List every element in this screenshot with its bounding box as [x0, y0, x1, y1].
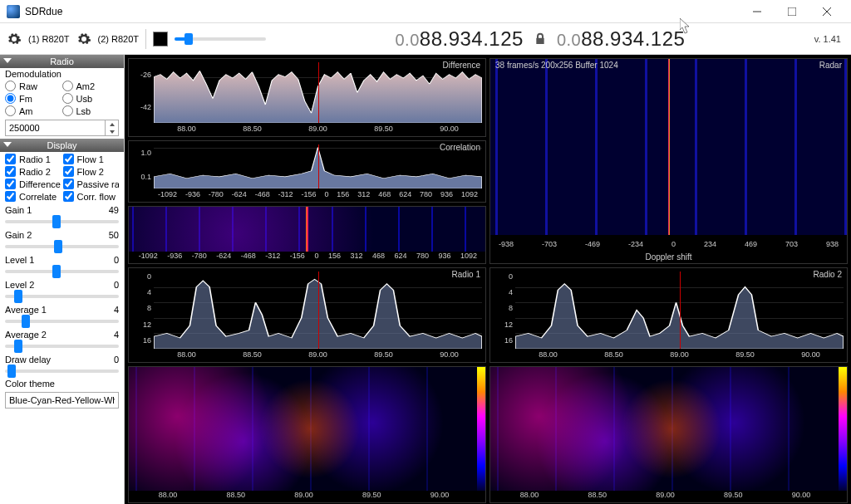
slider-average-1[interactable]: Average 14 [0, 303, 124, 328]
axis-x: -1092-936-780-624-468-312-15601563124686… [154, 190, 482, 202]
device2-label: (2) R820T [98, 34, 140, 44]
radio-usb[interactable]: Usb [62, 93, 120, 104]
freq2-value[interactable]: 88.934.125 [581, 27, 685, 50]
volume-slider[interactable] [175, 37, 266, 41]
maximize-button[interactable] [775, 0, 809, 23]
radio-am2[interactable]: Am2 [62, 81, 120, 91]
axis-y: 1.00.1 [129, 141, 154, 188]
svg-rect-1 [788, 7, 796, 16]
gear-icon[interactable] [7, 32, 22, 46]
app-icon [7, 5, 20, 18]
radio-fm[interactable]: Fm [5, 93, 62, 104]
frequency-display: 0.088.934.125 0.088.934.125 [273, 27, 808, 51]
radio-section-header[interactable]: Radio [0, 55, 124, 68]
main-plots: Difference -26-42 88.0088.5089.0089.5090… [125, 55, 851, 504]
colorbar [839, 367, 847, 491]
slider-draw-delay[interactable]: Draw delay0 [0, 353, 124, 378]
close-button[interactable] [809, 0, 844, 23]
color-theme-combo[interactable]: Blue-Cyan-Red-Yellow-White [5, 392, 119, 409]
titlebar: SDRdue [0, 0, 851, 23]
check-correlate[interactable]: Correlate [5, 191, 61, 202]
axis-x: 88.0088.5089.0089.5090.00 [154, 350, 482, 362]
device1-label: (1) R820T [28, 34, 70, 44]
freq2-prefix: 0.0 [557, 31, 581, 49]
panel-radio2[interactable]: Radio 2 0481216 88.0088.5089.0089.5090.0… [489, 267, 848, 363]
panel-correlation-waterfall[interactable]: -1092-936-780-624-468-312-15601563124686… [128, 206, 486, 264]
axis-x: -1092-936-780-624-468-312-15601563124686… [134, 252, 482, 263]
freq1-value[interactable]: 88.934.125 [420, 27, 524, 50]
minimize-button[interactable] [740, 0, 775, 23]
slider-level-1[interactable]: Level 10 [0, 253, 124, 278]
version-label: v. 1.41 [814, 34, 844, 44]
panel-correlation[interactable]: Correlation 1.00.1 -1092-936-780-624-468… [128, 140, 486, 203]
panel-title: Radar [819, 61, 842, 70]
slider-average-2[interactable]: Average 24 [0, 328, 124, 353]
radio-lsb[interactable]: Lsb [62, 105, 120, 116]
radar-heatmap [490, 59, 847, 235]
panel-radar[interactable]: Radar 38 frames/s 200x256 Buffer 1024 -9… [489, 58, 848, 264]
freq1-prefix: 0.0 [395, 31, 419, 49]
panel-radio1[interactable]: Radio 1 0481216 88.0088.5089.0089.5090.0… [128, 267, 486, 363]
radio-raw[interactable]: Raw [5, 81, 62, 91]
gear-icon[interactable] [76, 32, 91, 46]
color-theme-label: Color theme [0, 378, 124, 389]
check-flow2[interactable]: Flow 2 [63, 166, 120, 177]
axis-x: 88.0088.5089.0089.5090.00 [154, 125, 482, 136]
sidebar: Radio Demodulation Raw Am2 Fm Usb Am Lsb… [0, 55, 125, 504]
check-difference[interactable]: Difference [5, 179, 61, 189]
axis-y: 0481216 [129, 268, 154, 349]
axis-y: 0481216 [490, 268, 515, 349]
slider-gain-1[interactable]: Gain 149 [0, 203, 124, 228]
panel-difference[interactable]: Difference -26-42 88.0088.5089.0089.5090… [128, 58, 486, 137]
toolbar-separator [145, 29, 146, 49]
spin-up-icon[interactable] [106, 120, 118, 128]
samplerate-combo[interactable]: 250000 [5, 120, 119, 136]
check-flow1[interactable]: Flow 1 [63, 154, 120, 164]
lock-icon[interactable] [534, 27, 547, 51]
panel-title: Difference [443, 61, 480, 70]
panel-title: Correlation [440, 143, 480, 152]
check-passive[interactable]: Passive rada [63, 179, 120, 189]
demodulation-label: Demodulation [0, 68, 124, 80]
window-title: SDRdue [25, 6, 62, 17]
display-section-header[interactable]: Display [0, 139, 124, 152]
check-radio1[interactable]: Radio 1 [5, 154, 61, 164]
panel-title: Radio 2 [814, 270, 842, 279]
colorbar [477, 367, 485, 491]
cursor-icon [680, 18, 691, 35]
panel-title: Radio 1 [452, 270, 480, 279]
radio-am[interactable]: Am [5, 105, 62, 116]
radar-xlabel: Doppler shift [490, 252, 847, 262]
axis-x: 88.0088.5089.0089.5090.00 [515, 350, 844, 362]
waterfall2 [490, 367, 839, 491]
corr-waterfall [129, 207, 485, 252]
radar-info: 38 frames/s 200x256 Buffer 1024 [495, 61, 618, 70]
check-corrflow[interactable]: Corr. flow [63, 191, 120, 202]
waterfall1 [129, 367, 477, 491]
spin-down-icon[interactable] [106, 128, 118, 135]
axis-x: -938-703-469-2340234469703938 [499, 240, 839, 248]
panel-waterfall1[interactable]: 88.0088.5089.0089.5090.00 [128, 366, 486, 503]
slider-gain-2[interactable]: Gain 250 [0, 228, 124, 253]
toolbar: (1) R820T (2) R820T 0.088.934.125 0.088.… [0, 23, 851, 55]
axis-x: 88.0088.5089.0089.5090.00 [134, 491, 474, 502]
stop-button[interactable] [153, 32, 168, 46]
panel-waterfall2[interactable]: 88.0088.5089.0089.5090.00 [489, 366, 848, 503]
slider-level-2[interactable]: Level 20 [0, 278, 124, 303]
axis-x: 88.0088.5089.0089.5090.00 [495, 491, 835, 502]
axis-y: -26-42 [129, 59, 154, 123]
check-radio2[interactable]: Radio 2 [5, 166, 61, 177]
